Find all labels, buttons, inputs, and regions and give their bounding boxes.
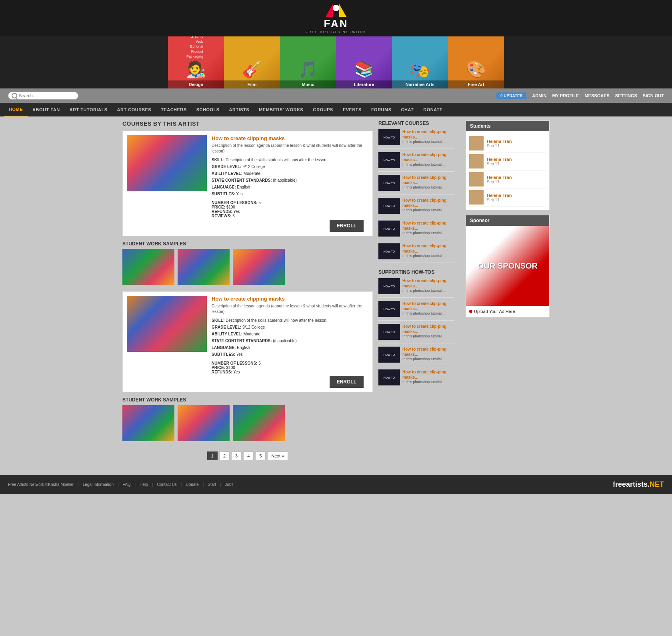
howto-title-2[interactable]: How to create clip-ping masks... bbox=[402, 301, 454, 311]
nav-groups[interactable]: GROUPS bbox=[308, 103, 338, 116]
updates-badge[interactable]: 0 UPDATES bbox=[496, 92, 526, 99]
footer-link-faq[interactable]: FAQ bbox=[123, 482, 131, 487]
nav-members[interactable]: MEMBERS' WORKS bbox=[254, 103, 308, 116]
relevant-title-6[interactable]: How to create clip-ping masks... bbox=[402, 243, 454, 254]
relevant-info-6: How to create clip-ping masks... In this… bbox=[402, 243, 454, 259]
student-name-1[interactable]: Helena Tran bbox=[487, 139, 512, 144]
logo-circle bbox=[333, 5, 339, 11]
student-name-3[interactable]: Helena Tran bbox=[487, 175, 512, 180]
page-btn-5[interactable]: 5 bbox=[255, 451, 266, 460]
page-next-btn[interactable]: Next » bbox=[267, 451, 288, 460]
howtos-list: HOW TO How to create clip-ping masks... … bbox=[378, 278, 454, 389]
nav-events[interactable]: EVENTS bbox=[338, 103, 366, 116]
course-title-1[interactable]: How to create clipping masks bbox=[212, 135, 364, 141]
course-image-2 bbox=[127, 296, 207, 352]
relevant-thumb-3: HOW TO bbox=[378, 175, 400, 191]
enroll-btn-1[interactable]: ENROLL bbox=[330, 220, 364, 232]
relevant-item-5: HOW TO How to create clip-ping masks... … bbox=[378, 221, 454, 240]
relevant-title-2[interactable]: How to create clip-ping masks... bbox=[402, 152, 454, 163]
relevant-title-3[interactable]: How to create clip-ping masks... bbox=[402, 175, 454, 185]
howto-thumb-inner-4: HOW TO bbox=[378, 347, 400, 363]
course-meta-1: SKILL: Description of the skills student… bbox=[212, 156, 364, 197]
footer-domain: freeartists. bbox=[613, 480, 650, 488]
page-btn-2[interactable]: 2 bbox=[219, 451, 230, 460]
footer-link-help[interactable]: Help bbox=[140, 482, 148, 487]
student-work-placeholder-2c bbox=[233, 405, 285, 441]
course-title-2[interactable]: How to create clipping masks bbox=[212, 296, 364, 302]
student-name-2[interactable]: Helena Tran bbox=[487, 157, 512, 162]
howto-title-5[interactable]: How to create clip-ping masks... bbox=[402, 369, 454, 380]
enroll-btn-2[interactable]: ENROLL bbox=[330, 376, 364, 388]
page-btn-4[interactable]: 4 bbox=[243, 451, 254, 460]
footer-sep-5: | bbox=[181, 482, 182, 487]
relevant-title-4[interactable]: How to create clip-ping masks... bbox=[402, 198, 454, 208]
nav-courses[interactable]: ART COURSES bbox=[112, 103, 156, 116]
relevant-item-4: HOW TO How to create clip-ping masks... … bbox=[378, 198, 454, 217]
relevant-title-1[interactable]: How to create clip-ping masks... bbox=[402, 129, 454, 140]
nav-chat[interactable]: CHAT bbox=[396, 103, 419, 116]
category-list: FashionGraphicWebEditorialProductPackagi… bbox=[0, 36, 672, 88]
design-subtexts: FashionGraphicWebEditorialProductPackagi… bbox=[186, 36, 206, 59]
nav-schools[interactable]: SCHOOLS bbox=[192, 103, 224, 116]
student-avatar-2 bbox=[469, 154, 484, 169]
relevant-thumb-6: HOW TO bbox=[378, 243, 400, 259]
course-img-placeholder-2 bbox=[127, 296, 207, 352]
page-btn-3[interactable]: 3 bbox=[231, 451, 242, 460]
upload-ad-area[interactable]: Upload Your Ad Here bbox=[466, 306, 549, 317]
relevant-thumb-inner-1: HOW TO bbox=[378, 129, 400, 145]
signout-link[interactable]: SIGN OUT bbox=[643, 93, 664, 98]
footer-link-contact[interactable]: Contact Us bbox=[157, 482, 176, 487]
footer-link-donate[interactable]: Donate bbox=[186, 482, 198, 487]
footer-sep-3: | bbox=[135, 482, 136, 487]
my-profile-link[interactable]: MY PROFILE bbox=[552, 93, 579, 98]
footer-left: Free Artists Network ©Krisha Moeller | L… bbox=[8, 482, 233, 487]
footer-copyright: Free Artists Network ©Krisha Moeller bbox=[8, 482, 74, 487]
student-work-img-1c bbox=[233, 249, 285, 285]
nav-tutorials[interactable]: ART TUTORIALS bbox=[65, 103, 112, 116]
howto-title-4[interactable]: How to create clip-ping masks... bbox=[402, 347, 454, 357]
nav-artists[interactable]: ARTISTS bbox=[224, 103, 254, 116]
upload-ad-label[interactable]: Upload Your Ad Here bbox=[474, 309, 515, 314]
footer-sep-1: | bbox=[78, 482, 79, 487]
nav-home[interactable]: HOME bbox=[4, 103, 28, 116]
category-design[interactable]: FashionGraphicWebEditorialProductPackagi… bbox=[168, 36, 224, 88]
relevant-title-5[interactable]: How to create clip-ping masks... bbox=[402, 221, 454, 231]
search-box[interactable] bbox=[8, 92, 78, 100]
howto-title-1[interactable]: How to create clip-ping masks... bbox=[402, 278, 454, 289]
relevant-info-5: How to create clip-ping masks... In this… bbox=[402, 221, 454, 237]
category-music[interactable]: 🎵 Music bbox=[280, 36, 336, 88]
music-label: Music bbox=[280, 80, 336, 88]
category-fineart[interactable]: 🎨 Fine Art bbox=[448, 36, 504, 88]
student-name-4[interactable]: Helena Tran bbox=[487, 193, 512, 198]
howto-title-3[interactable]: How to create clip-ping masks... bbox=[402, 324, 454, 334]
page-btn-1[interactable]: 1 bbox=[207, 451, 218, 460]
howto-thumb-1: HOW TO bbox=[378, 278, 400, 294]
howto-item-2: HOW TO How to create clip-ping masks... … bbox=[378, 301, 454, 321]
course-card-2: How to create clipping masks Description… bbox=[122, 291, 373, 392]
course-reviews-1: 5 bbox=[232, 214, 235, 218]
course-grade-1: 9/12 College bbox=[242, 165, 265, 169]
course-subtitles-1: Yes bbox=[236, 192, 243, 196]
sponsor-text: OUR SPONSOR bbox=[478, 261, 538, 271]
search-input[interactable] bbox=[19, 93, 75, 98]
nav-about[interactable]: ABOUT FAN bbox=[28, 103, 65, 116]
nav-donate[interactable]: DONATE bbox=[418, 103, 448, 116]
category-narrative[interactable]: 🎭 Narrative Arts bbox=[392, 36, 448, 88]
course-meta-2: SKILL: Description of the skills student… bbox=[212, 317, 364, 358]
course-price-1: $100 bbox=[226, 205, 235, 209]
nav-forums[interactable]: FORUMS bbox=[366, 103, 396, 116]
course-details-1: How to create clipping masks Description… bbox=[212, 135, 364, 232]
category-literature[interactable]: 📚 Literature bbox=[336, 36, 392, 88]
footer-link-legal[interactable]: Legal Information bbox=[83, 482, 114, 487]
category-film[interactable]: 🎸 Film bbox=[224, 36, 280, 88]
footer-link-staff[interactable]: Staff bbox=[208, 482, 216, 487]
student-row-1: Helena Tran Sep 11 bbox=[469, 134, 546, 152]
main-content: COURSES BY THIS ARTIST How to create cli… bbox=[116, 116, 556, 468]
search-actions: 0 UPDATES ADMIN MY PROFILE MESSGAES SETT… bbox=[496, 92, 664, 99]
footer-link-jobs[interactable]: Jobs bbox=[225, 482, 233, 487]
student-work-label-2: STUDENT WORK SAMPLES bbox=[122, 397, 373, 403]
messages-link[interactable]: MESSGAES bbox=[584, 93, 609, 98]
admin-link[interactable]: ADMIN bbox=[532, 93, 546, 98]
nav-teachers[interactable]: TEACHERS bbox=[156, 103, 192, 116]
settings-link[interactable]: SETTINGS bbox=[615, 93, 637, 98]
